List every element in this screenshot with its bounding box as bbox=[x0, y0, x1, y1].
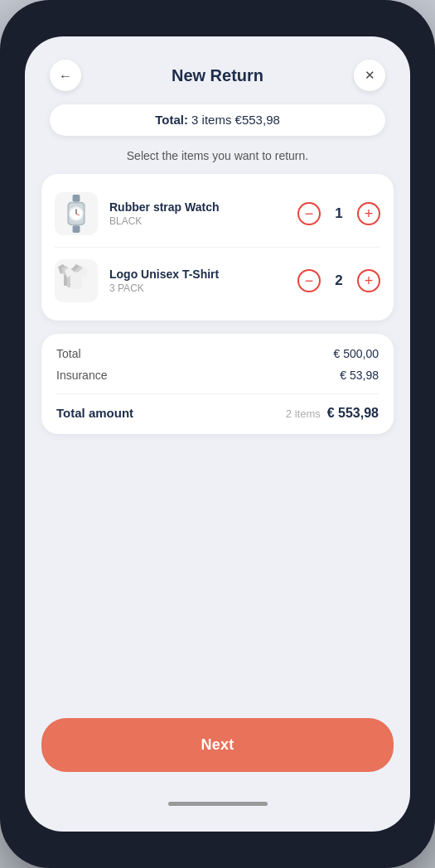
item-name-watch: Rubber strap Watch bbox=[109, 200, 297, 214]
item-info-tshirt: Logo Unisex T-Shirt 3 PACK bbox=[109, 268, 297, 294]
phone-screen: ← New Return ✕ Total: 3 items €553,98 Se… bbox=[25, 36, 410, 832]
qty-control-tshirt: − 2 + bbox=[297, 269, 380, 292]
next-button[interactable]: Next bbox=[41, 718, 394, 772]
summary-row-insurance: Insurance € 53,98 bbox=[56, 369, 379, 382]
svg-rect-7 bbox=[73, 225, 80, 233]
page-title: New Return bbox=[172, 66, 263, 85]
total-amount: €553,98 bbox=[235, 113, 280, 127]
summary-label-total: Total bbox=[56, 347, 81, 360]
summary-card: Total € 500,00 Insurance € 53,98 Total a… bbox=[41, 334, 394, 434]
item-row: Rubber strap Watch Black − 1 + bbox=[55, 181, 380, 247]
item-variant-watch: Black bbox=[109, 215, 297, 227]
summary-value-total: € 500,00 bbox=[334, 347, 379, 360]
qty-decrease-watch[interactable]: − bbox=[297, 202, 321, 225]
back-button[interactable]: ← bbox=[50, 60, 81, 91]
close-icon: ✕ bbox=[365, 68, 375, 83]
summary-value-grand-total: € 553,98 bbox=[327, 406, 379, 421]
spacer bbox=[41, 434, 394, 705]
item-image-tshirt bbox=[55, 259, 98, 302]
summary-value-insurance: € 53,98 bbox=[340, 369, 379, 382]
item-image-watch bbox=[55, 192, 98, 235]
item-row: Logo Unisex T-Shirt 3 PACK − 2 + bbox=[55, 247, 380, 314]
close-button[interactable]: ✕ bbox=[354, 60, 385, 91]
svg-rect-0 bbox=[73, 195, 80, 202]
item-name-tshirt: Logo Unisex T-Shirt bbox=[109, 268, 297, 281]
summary-items-count: 2 items bbox=[286, 407, 321, 420]
qty-value-watch: 1 bbox=[331, 205, 347, 222]
summary-row-total: Total € 500,00 bbox=[56, 347, 379, 360]
qty-increase-watch[interactable]: + bbox=[357, 202, 380, 225]
home-indicator bbox=[41, 792, 394, 815]
qty-decrease-tshirt[interactable]: − bbox=[297, 269, 321, 292]
item-variant-tshirt: 3 PACK bbox=[109, 282, 297, 294]
screen-content: ← New Return ✕ Total: 3 items €553,98 Se… bbox=[25, 36, 410, 832]
phone-shell: ← New Return ✕ Total: 3 items €553,98 Se… bbox=[0, 0, 435, 868]
qty-increase-tshirt[interactable]: + bbox=[357, 269, 380, 292]
tshirt-icon bbox=[55, 259, 98, 302]
total-label: Total: bbox=[155, 113, 188, 127]
summary-label-insurance: Insurance bbox=[56, 369, 107, 382]
summary-label-grand-total: Total amount bbox=[56, 406, 133, 421]
watch-icon bbox=[61, 195, 91, 233]
items-card: Rubber strap Watch Black − 1 + bbox=[41, 174, 394, 321]
item-info-watch: Rubber strap Watch Black bbox=[109, 200, 297, 227]
next-button-wrap: Next bbox=[41, 705, 394, 792]
total-badge: Total: 3 items €553,98 bbox=[50, 104, 385, 136]
home-bar bbox=[168, 802, 268, 806]
header: ← New Return ✕ bbox=[41, 36, 394, 104]
total-items: 3 items bbox=[191, 113, 231, 127]
summary-row-grand-total: Total amount 2 items € 553,98 bbox=[56, 393, 379, 421]
qty-value-tshirt: 2 bbox=[331, 272, 347, 289]
qty-control-watch: − 1 + bbox=[297, 202, 380, 225]
subtitle: Select the items you want to return. bbox=[41, 149, 394, 162]
back-icon: ← bbox=[59, 69, 72, 84]
